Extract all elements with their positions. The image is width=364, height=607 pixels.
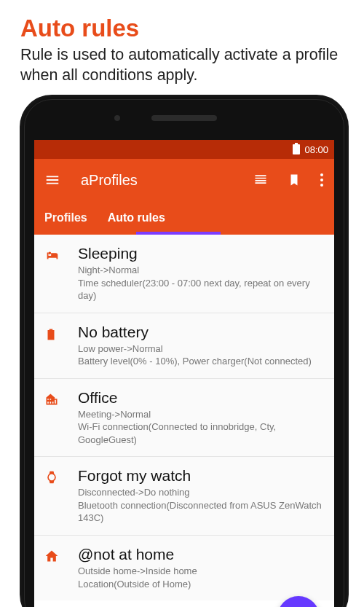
promo-title: Auto rules	[0, 0, 364, 45]
phone-frame: 08:00 aProfiles Profiles Auto rules	[20, 95, 349, 607]
screen: 08:00 aProfiles Profiles Auto rules	[34, 140, 334, 607]
overflow-menu-icon[interactable]	[320, 172, 324, 188]
list-item[interactable]: Office Meeting->Normal Wi-Fi connection(…	[34, 379, 334, 458]
app-bar: aProfiles	[34, 159, 334, 201]
tab-bar: Profiles Auto rules	[34, 201, 334, 235]
rule-transition: Low power->Normal	[78, 342, 323, 356]
list-item[interactable]: @not at home Outside home->Inside home L…	[34, 536, 334, 600]
bed-icon	[44, 245, 78, 302]
rule-condition: Battery level(0% - 10%), Power charger(N…	[78, 355, 323, 368]
rule-condition: Time scheduler(23:00 - 07:00 next day, r…	[78, 277, 323, 302]
rule-title: No battery	[78, 324, 323, 341]
rule-transition: Meeting->Normal	[78, 408, 323, 421]
rules-list: Sleeping Night->Normal Time scheduler(23…	[34, 235, 334, 600]
battery-low-icon	[44, 324, 78, 368]
list-item[interactable]: No battery Low power->Normal Battery lev…	[34, 313, 334, 379]
tab-auto-rules[interactable]: Auto rules	[108, 201, 165, 235]
building-icon	[44, 389, 78, 447]
rule-transition: Outside home->Inside home	[78, 565, 323, 578]
status-bar: 08:00	[34, 140, 334, 159]
tab-profiles[interactable]: Profiles	[44, 201, 87, 235]
rule-condition: Bluetooth connection(Disconnected from A…	[78, 499, 323, 525]
home-icon	[44, 546, 78, 590]
rule-title: Forgot my watch	[78, 467, 323, 485]
watch-icon	[44, 467, 78, 525]
rule-condition: Wi-Fi connection(Connected to innobridge…	[78, 420, 323, 446]
rule-transition: Disconnected->Do nothing	[78, 486, 323, 499]
bookmark-icon[interactable]	[286, 172, 302, 188]
rule-transition: Night->Normal	[78, 264, 323, 277]
rule-title: Sleeping	[78, 245, 323, 262]
phone-sensor	[114, 115, 120, 121]
rule-title: @not at home	[78, 546, 323, 563]
list-view-icon[interactable]	[253, 172, 269, 188]
promo-subtitle: Rule is used to automatically activate a…	[0, 45, 364, 93]
battery-icon	[293, 144, 300, 154]
phone-speaker	[151, 115, 217, 121]
status-time: 08:00	[304, 144, 328, 155]
rule-condition: Location(Outside of Home)	[78, 578, 323, 591]
list-item[interactable]: Forgot my watch Disconnected->Do nothing…	[34, 457, 334, 536]
menu-icon[interactable]	[44, 172, 60, 188]
tab-indicator	[136, 232, 221, 235]
rule-title: Office	[78, 389, 323, 407]
list-item[interactable]: Sleeping Night->Normal Time scheduler(23…	[34, 235, 334, 313]
app-title: aProfiles	[81, 172, 232, 189]
